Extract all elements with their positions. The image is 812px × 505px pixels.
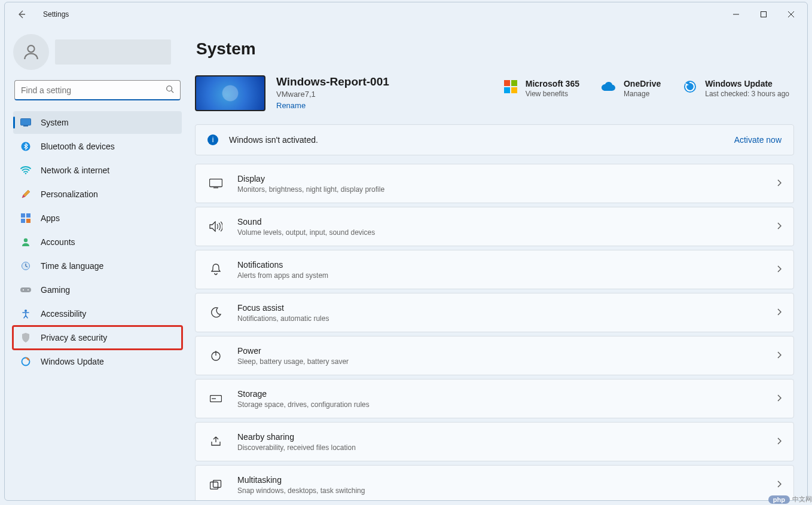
multitasking-icon: [207, 480, 224, 489]
main-scroll[interactable]: Windows-Report-001 VMware7,1 Rename Micr…: [195, 75, 800, 500]
accounts-icon: [20, 237, 31, 247]
nav-accounts[interactable]: Accounts: [13, 231, 182, 253]
titlebar-left: Settings: [14, 7, 69, 22]
device-model: VMware7,1: [276, 90, 389, 99]
banner-message: Windows isn't activated.: [229, 135, 734, 145]
maximize-icon: [761, 11, 767, 17]
chevron-right-icon: [777, 393, 782, 404]
svg-rect-1: [761, 12, 767, 17]
card-text: NotificationsAlerts from apps and system: [237, 260, 328, 280]
chevron-right-icon: [777, 264, 782, 275]
minimize-button[interactable]: [722, 5, 750, 24]
card-text: SoundVolume levels, output, input, sound…: [237, 217, 375, 237]
quick-title: OneDrive: [624, 79, 661, 88]
card-multitasking[interactable]: MultitaskingSnap windows, desktops, task…: [195, 465, 794, 500]
card-power[interactable]: PowerSleep, battery usage, battery saver: [195, 336, 794, 375]
search-input[interactable]: [21, 85, 166, 95]
card-sound[interactable]: SoundVolume levels, output, input, sound…: [195, 207, 794, 246]
bell-icon: [207, 264, 224, 276]
card-subtitle: Alerts from apps and system: [237, 271, 328, 280]
card-subtitle: Sleep, battery usage, battery saver: [237, 357, 349, 366]
nav-label: Bluetooth & devices: [41, 142, 115, 151]
moon-icon: [207, 307, 224, 318]
quick-text: Windows Update Last checked: 3 hours ago: [705, 79, 789, 98]
system-icon: [20, 117, 31, 128]
chevron-right-icon: [777, 350, 782, 361]
nav-windows-update[interactable]: Windows Update: [13, 350, 182, 373]
card-title: Notifications: [237, 260, 328, 270]
card-subtitle: Volume levels, output, input, sound devi…: [237, 228, 375, 237]
svg-rect-14: [26, 219, 30, 223]
share-icon: [207, 436, 224, 447]
nav-personalization[interactable]: Personalization: [13, 183, 182, 206]
quick-title: Windows Update: [705, 79, 789, 88]
nav-label: System: [41, 118, 69, 127]
quick-subtitle: View benefits: [526, 90, 579, 98]
quick-onedrive[interactable]: OneDrive Manage: [601, 79, 661, 98]
rename-link[interactable]: Rename: [276, 101, 389, 110]
svg-point-10: [25, 173, 26, 174]
card-subtitle: Storage space, drives, configuration rul…: [237, 400, 370, 409]
back-arrow-icon: [17, 10, 26, 19]
svg-rect-7: [21, 119, 31, 126]
card-text: Nearby sharingDiscoverability, received …: [237, 432, 356, 452]
nav-bluetooth[interactable]: Bluetooth & devices: [13, 135, 182, 158]
card-text: DisplayMonitors, brightness, night light…: [237, 174, 384, 194]
display-icon: [207, 179, 224, 188]
card-subtitle: Monitors, brightness, night light, displ…: [237, 185, 384, 194]
nav-privacy-security[interactable]: Privacy & security: [13, 326, 182, 349]
app-title: Settings: [43, 10, 69, 19]
power-icon: [207, 350, 224, 361]
clock-globe-icon: [20, 261, 31, 271]
nav-system[interactable]: System: [13, 111, 182, 134]
apps-icon: [20, 213, 31, 224]
svg-point-15: [24, 238, 28, 242]
card-notifications[interactable]: NotificationsAlerts from apps and system: [195, 250, 794, 289]
microsoft-logo-icon: [503, 79, 518, 94]
info-icon: i: [207, 134, 218, 145]
profile-block[interactable]: [13, 32, 182, 72]
accessibility-icon: [20, 308, 31, 319]
device-thumbnail[interactable]: [195, 75, 265, 111]
card-text: MultitaskingSnap windows, desktops, task…: [237, 475, 365, 495]
card-title: Nearby sharing: [237, 432, 356, 442]
back-button[interactable]: [14, 7, 29, 22]
avatar: [13, 34, 49, 70]
nav-network[interactable]: Network & internet: [13, 159, 182, 182]
onedrive-icon: [601, 79, 616, 94]
card-nearby-sharing[interactable]: Nearby sharingDiscoverability, received …: [195, 422, 794, 461]
card-storage[interactable]: StorageStorage space, drives, configurat…: [195, 379, 794, 418]
windows-update-icon: [682, 79, 698, 94]
nav-label: Time & language: [41, 261, 103, 271]
nav-accessibility[interactable]: Accessibility: [13, 302, 182, 325]
card-title: Sound: [237, 217, 375, 227]
card-display[interactable]: DisplayMonitors, brightness, night light…: [195, 164, 794, 203]
nav-apps[interactable]: Apps: [13, 207, 182, 229]
nav-list: System Bluetooth & devices Network & int…: [13, 111, 182, 373]
maximize-button[interactable]: [750, 5, 777, 24]
storage-icon: [207, 395, 224, 402]
quick-windows-update[interactable]: Windows Update Last checked: 3 hours ago: [682, 79, 789, 98]
nav-gaming[interactable]: Gaming: [13, 278, 182, 301]
device-row: Windows-Report-001 VMware7,1 Rename Micr…: [195, 75, 794, 111]
svg-point-18: [23, 289, 24, 290]
card-title: Display: [237, 174, 384, 183]
window-controls: [722, 5, 805, 24]
page-heading: System: [196, 39, 800, 59]
chevron-right-icon: [777, 307, 782, 318]
nav-time-language[interactable]: Time & language: [13, 255, 182, 277]
quick-ms365[interactable]: Microsoft 365 View benefits: [503, 79, 579, 98]
settings-window: Settings: [4, 2, 808, 501]
activate-now-link[interactable]: Activate now: [734, 135, 782, 145]
chevron-right-icon: [777, 479, 782, 490]
close-button[interactable]: [777, 5, 805, 24]
search-box[interactable]: [14, 80, 181, 100]
titlebar: Settings: [5, 2, 807, 26]
svg-rect-24: [504, 87, 510, 93]
quick-title: Microsoft 365: [526, 79, 579, 88]
svg-rect-13: [21, 219, 25, 223]
card-focus-assist[interactable]: Focus assistNotifications, automatic rul…: [195, 293, 794, 332]
bluetooth-icon: [20, 141, 31, 152]
card-text: StorageStorage space, drives, configurat…: [237, 389, 370, 409]
card-title: Focus assist: [237, 303, 329, 313]
